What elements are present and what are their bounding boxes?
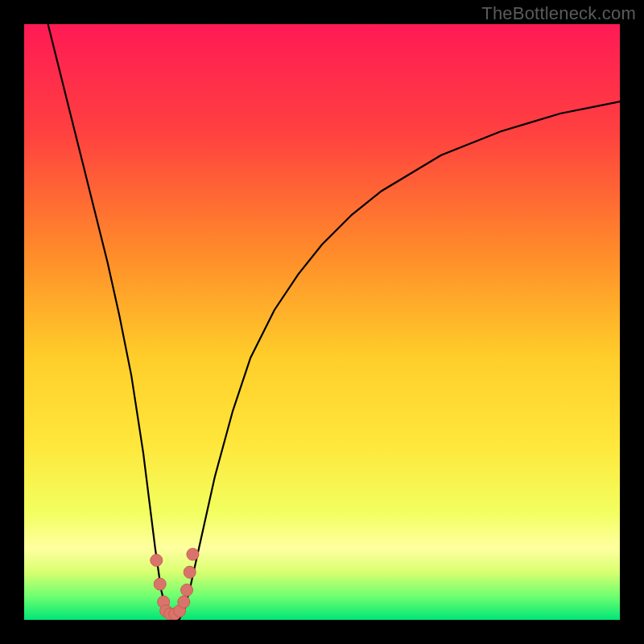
marker-point [178, 596, 190, 608]
marker-point [154, 578, 166, 590]
marker-point [151, 555, 163, 567]
gradient-background [24, 24, 620, 620]
chart-plot-area [24, 24, 620, 620]
marker-point [184, 566, 196, 578]
chart-frame: TheBottleneck.com [0, 0, 644, 644]
marker-point [181, 584, 193, 597]
marker-point [187, 548, 199, 560]
chart-svg [24, 24, 620, 620]
watermark-text: TheBottleneck.com [481, 3, 636, 24]
